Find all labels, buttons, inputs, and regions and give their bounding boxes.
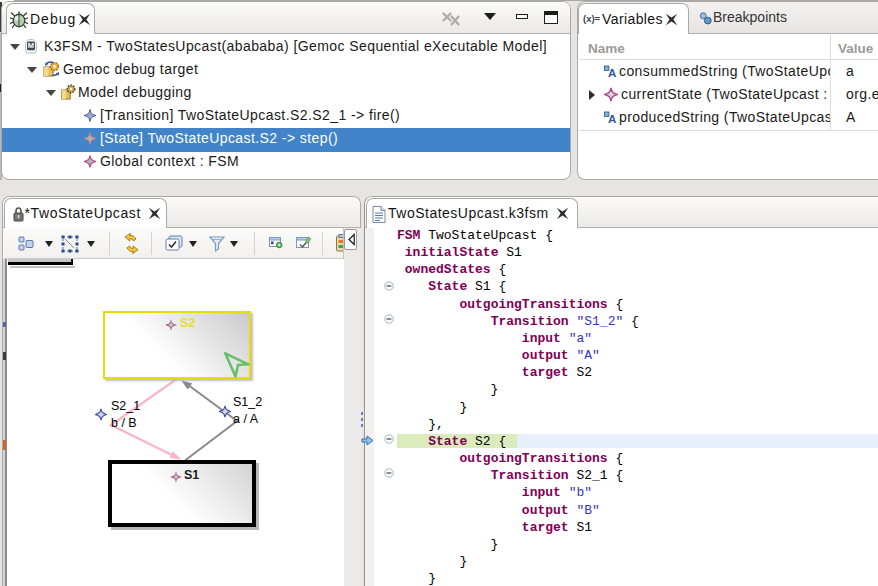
svg-text:A: A — [608, 67, 617, 78]
svg-text:M: M — [28, 41, 35, 50]
svg-text:A: A — [608, 113, 617, 124]
